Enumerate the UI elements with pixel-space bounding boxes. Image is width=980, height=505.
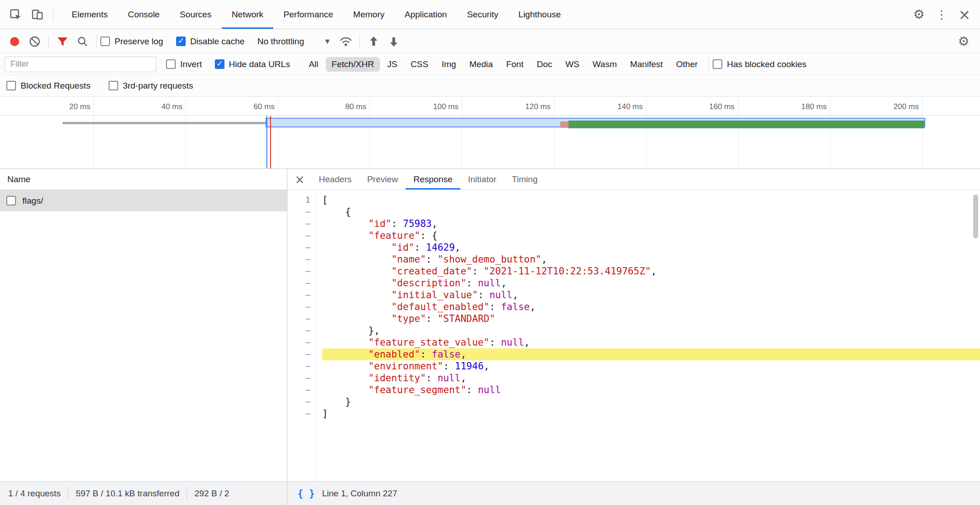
code-token: , [541,254,547,265]
filter-type-css[interactable]: CSS [405,57,434,72]
code-token: : [466,384,478,395]
filter-type-doc[interactable]: Doc [531,57,558,72]
preserve-log-checkbox[interactable]: Preserve log [100,37,163,47]
kebab-menu-icon[interactable]: ⋮ [932,5,952,25]
blocked-requests-checkbox[interactable]: Blocked Requests [6,81,90,91]
tab-timing[interactable]: Timing [504,169,545,189]
checkbox-checked [176,37,186,46]
code-token: : [426,254,438,265]
filter-type-img[interactable]: Img [436,57,462,72]
code-token [322,313,391,324]
disable-cache-checkbox[interactable]: Disable cache [176,37,245,47]
code-token: null [478,384,501,395]
filter-type-font[interactable]: Font [500,57,529,72]
code-token: , [501,278,507,289]
code-token [322,230,368,241]
has-blocked-cookies-label: Has blocked cookies [727,59,806,69]
filter-type-ws[interactable]: WS [559,57,585,72]
close-details-icon[interactable]: × [295,169,305,189]
scrollbar[interactable] [973,195,978,238]
tab-console[interactable]: Console [118,0,170,29]
code-token [322,254,391,265]
network-conditions-icon[interactable] [336,32,356,52]
code-token [322,218,368,229]
filter-type-fetch-xhr[interactable]: Fetch/XHR [326,57,380,72]
tab-performance[interactable]: Performance [273,0,343,29]
main-tabbar: Elements Console Sources Network Perform… [0,0,980,29]
inspect-element-icon[interactable] [5,5,26,25]
third-party-requests-checkbox[interactable]: 3rd-party requests [109,81,193,91]
code-token: null [478,278,501,289]
request-checkbox[interactable] [6,196,16,205]
clear-button[interactable] [25,32,45,52]
invert-label: Invert [180,59,202,69]
code-token: : [443,361,455,372]
line-number: – [287,265,310,277]
divider [48,35,49,48]
filter-type-media[interactable]: Media [464,57,499,72]
filter-toggle-icon[interactable] [52,32,73,52]
line-number: – [287,206,310,218]
code-token: , [460,373,466,384]
name-column-header[interactable]: Name [0,169,287,190]
device-toolbar-icon[interactable] [27,5,47,25]
tab-response[interactable]: Response [406,169,460,189]
cursor-position: Line 1, Column 227 [322,489,397,499]
tab-elements[interactable]: Elements [62,0,118,29]
line-number: – [287,253,310,265]
tab-application[interactable]: Application [395,0,457,29]
code-line: "description": null, [322,277,980,289]
tab-headers[interactable]: Headers [311,169,360,189]
code-token: ] [322,408,328,419]
code-token: : [490,337,501,348]
hide-data-urls-checkbox[interactable]: Hide data URLs [215,59,290,69]
filter-type-other[interactable]: Other [670,57,704,72]
code-token: { [322,206,351,217]
line-number: – [287,337,310,348]
tab-sources[interactable]: Sources [170,0,222,29]
tab-initiator[interactable]: Initiator [460,169,504,189]
filter-type-wasm[interactable]: Wasm [587,57,623,72]
line-number: – [287,301,310,313]
divider [53,8,53,21]
tab-memory[interactable]: Memory [343,0,395,29]
response-viewer[interactable]: 1–––––––––––––––––– [ { "id": 75983, "fe… [287,190,980,481]
filter-input[interactable] [5,57,156,72]
detail-tabbar: × Headers Preview Response Initiator Tim… [287,169,980,190]
timeline-tick: 200 ms [878,102,919,111]
filter-type-manifest[interactable]: Manifest [624,57,669,72]
code-token: : [490,301,501,312]
settings-gear-icon[interactable]: ⚙ [909,5,929,25]
import-har-icon[interactable] [364,32,384,52]
line-number: 1 [287,194,310,206]
filter-type-js[interactable]: JS [381,57,403,72]
code-token: : [478,289,489,300]
filter-bar: Invert Hide data URLs All Fetch/XHR JS C… [0,54,980,75]
requests-count: 1 / 4 requests [8,489,61,499]
code-token: "identity" [368,373,426,384]
has-blocked-cookies-checkbox[interactable]: Has blocked cookies [713,59,806,69]
divider [96,35,97,48]
tab-security[interactable]: Security [457,0,509,29]
invert-checkbox[interactable]: Invert [166,59,202,69]
transferred-size: 597 B / 10.1 kB transferred [76,489,179,499]
network-settings-gear-icon[interactable]: ⚙ [954,32,974,52]
code-line: "id": 75983, [322,218,980,230]
line-number: – [287,277,310,289]
code-token: }, [322,325,380,336]
tab-lighthouse[interactable]: Lighthouse [508,0,571,29]
pretty-print-icon[interactable]: { } [297,488,315,499]
tab-network[interactable]: Network [222,0,274,29]
record-button[interactable] [5,32,25,52]
export-har-icon[interactable] [384,32,404,52]
code-token: "default_enabled" [391,301,490,312]
timeline-overview[interactable]: 20 ms 40 ms 60 ms 80 ms 100 ms 120 ms 14… [0,97,980,169]
search-icon[interactable] [73,32,93,52]
checkbox-unchecked [6,81,16,90]
filter-type-all[interactable]: All [303,57,324,72]
close-devtools-icon[interactable]: × [954,5,975,25]
throttling-dropdown[interactable]: No throttling ▼ [257,37,329,47]
tab-preview[interactable]: Preview [360,169,406,189]
request-row[interactable]: flags/ [0,190,287,211]
timeline-tick: 160 ms [693,102,735,111]
